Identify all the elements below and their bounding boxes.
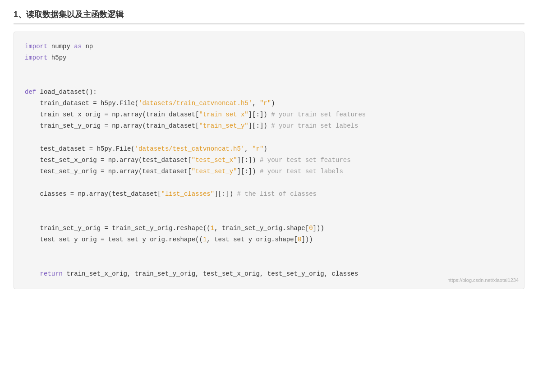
code-line: import numpy as np xyxy=(25,41,513,52)
code-line: def load_dataset(): xyxy=(25,87,513,98)
code-line: train_set_x_orig = np.array(train_datase… xyxy=(25,109,513,120)
code-line: return train_set_x_orig, train_set_y_ori… xyxy=(25,268,513,280)
code-line: test_set_y_orig = np.array(test_dataset[… xyxy=(25,166,513,177)
code-line: train_set_y_orig = train_set_y_orig.resh… xyxy=(25,223,513,234)
code-line: test_set_x_orig = np.array(test_dataset[… xyxy=(25,155,513,166)
code-line: test_set_y_orig = test_set_y_orig.reshap… xyxy=(25,234,513,245)
code-line: test_dataset = h5py.File('datasets/test_… xyxy=(25,143,513,155)
watermark: https://blog.csdn.net/xiaotai1234 xyxy=(447,276,519,285)
code-line: import h5py xyxy=(25,52,513,64)
page-heading: 1、读取数据集以及主函数逻辑 xyxy=(14,9,524,24)
code-line: train_dataset = h5py.File('datasets/trai… xyxy=(25,98,513,109)
code-block: import numpy as np import h5py def load_… xyxy=(14,32,524,289)
code-line: train_set_y_orig = np.array(train_datase… xyxy=(25,120,513,132)
code-line: classes = np.array(test_dataset["list_cl… xyxy=(25,189,513,200)
